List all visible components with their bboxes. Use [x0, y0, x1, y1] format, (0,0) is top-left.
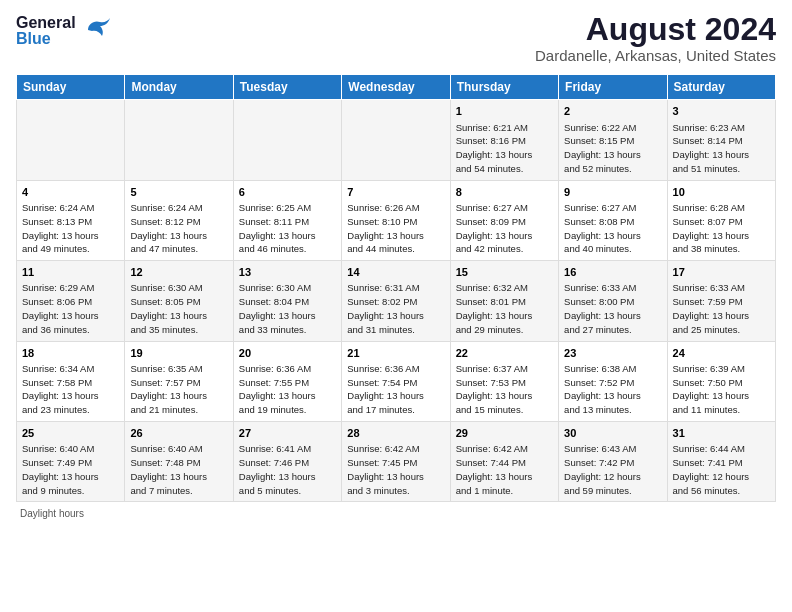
- day-number: 29: [456, 426, 553, 441]
- logo: General Blue: [16, 12, 112, 50]
- day-info: Sunrise: 6:26 AMSunset: 8:10 PMDaylight:…: [347, 201, 444, 256]
- calendar-cell: 3Sunrise: 6:23 AMSunset: 8:14 PMDaylight…: [667, 100, 775, 180]
- calendar-cell: [125, 100, 233, 180]
- logo-blue: Blue: [16, 31, 76, 47]
- calendar-cell: 18Sunrise: 6:34 AMSunset: 7:58 PMDayligh…: [17, 341, 125, 421]
- day-info: Sunrise: 6:27 AMSunset: 8:08 PMDaylight:…: [564, 201, 661, 256]
- day-number: 1: [456, 104, 553, 119]
- day-info: Sunrise: 6:42 AMSunset: 7:44 PMDaylight:…: [456, 442, 553, 497]
- day-number: 21: [347, 346, 444, 361]
- week-row-4: 18Sunrise: 6:34 AMSunset: 7:58 PMDayligh…: [17, 341, 776, 421]
- calendar-cell: 26Sunrise: 6:40 AMSunset: 7:48 PMDayligh…: [125, 422, 233, 502]
- calendar-cell: 12Sunrise: 6:30 AMSunset: 8:05 PMDayligh…: [125, 261, 233, 341]
- day-info: Sunrise: 6:34 AMSunset: 7:58 PMDaylight:…: [22, 362, 119, 417]
- day-info: Sunrise: 6:24 AMSunset: 8:13 PMDaylight:…: [22, 201, 119, 256]
- day-number: 18: [22, 346, 119, 361]
- day-number: 7: [347, 185, 444, 200]
- day-info: Sunrise: 6:44 AMSunset: 7:41 PMDaylight:…: [673, 442, 770, 497]
- day-info: Sunrise: 6:28 AMSunset: 8:07 PMDaylight:…: [673, 201, 770, 256]
- calendar-cell: 27Sunrise: 6:41 AMSunset: 7:46 PMDayligh…: [233, 422, 341, 502]
- day-info: Sunrise: 6:42 AMSunset: 7:45 PMDaylight:…: [347, 442, 444, 497]
- day-info: Sunrise: 6:41 AMSunset: 7:46 PMDaylight:…: [239, 442, 336, 497]
- day-number: 13: [239, 265, 336, 280]
- week-row-2: 4Sunrise: 6:24 AMSunset: 8:13 PMDaylight…: [17, 180, 776, 260]
- week-row-1: 1Sunrise: 6:21 AMSunset: 8:16 PMDaylight…: [17, 100, 776, 180]
- calendar-cell: 10Sunrise: 6:28 AMSunset: 8:07 PMDayligh…: [667, 180, 775, 260]
- main-title: August 2024: [535, 12, 776, 47]
- day-number: 19: [130, 346, 227, 361]
- day-number: 8: [456, 185, 553, 200]
- day-info: Sunrise: 6:32 AMSunset: 8:01 PMDaylight:…: [456, 281, 553, 336]
- day-number: 11: [22, 265, 119, 280]
- day-number: 17: [673, 265, 770, 280]
- logo-general: General: [16, 15, 76, 31]
- calendar-cell: 13Sunrise: 6:30 AMSunset: 8:04 PMDayligh…: [233, 261, 341, 341]
- day-number: 16: [564, 265, 661, 280]
- page-container: General Blue August 2024 Dardanelle, Ark…: [0, 0, 792, 527]
- calendar-cell: [233, 100, 341, 180]
- calendar-cell: [342, 100, 450, 180]
- calendar-cell: 1Sunrise: 6:21 AMSunset: 8:16 PMDaylight…: [450, 100, 558, 180]
- day-number: 28: [347, 426, 444, 441]
- day-info: Sunrise: 6:33 AMSunset: 8:00 PMDaylight:…: [564, 281, 661, 336]
- week-row-3: 11Sunrise: 6:29 AMSunset: 8:06 PMDayligh…: [17, 261, 776, 341]
- calendar-cell: 8Sunrise: 6:27 AMSunset: 8:09 PMDaylight…: [450, 180, 558, 260]
- logo-bird-icon: [80, 14, 112, 50]
- title-block: August 2024 Dardanelle, Arkansas, United…: [535, 12, 776, 64]
- col-friday: Friday: [559, 75, 667, 100]
- day-number: 30: [564, 426, 661, 441]
- calendar-cell: 15Sunrise: 6:32 AMSunset: 8:01 PMDayligh…: [450, 261, 558, 341]
- header: General Blue August 2024 Dardanelle, Ark…: [16, 12, 776, 64]
- day-info: Sunrise: 6:40 AMSunset: 7:49 PMDaylight:…: [22, 442, 119, 497]
- day-info: Sunrise: 6:23 AMSunset: 8:14 PMDaylight:…: [673, 121, 770, 176]
- day-number: 15: [456, 265, 553, 280]
- col-thursday: Thursday: [450, 75, 558, 100]
- day-info: Sunrise: 6:29 AMSunset: 8:06 PMDaylight:…: [22, 281, 119, 336]
- calendar-cell: 5Sunrise: 6:24 AMSunset: 8:12 PMDaylight…: [125, 180, 233, 260]
- day-number: 14: [347, 265, 444, 280]
- calendar-cell: 22Sunrise: 6:37 AMSunset: 7:53 PMDayligh…: [450, 341, 558, 421]
- day-number: 26: [130, 426, 227, 441]
- calendar-cell: 29Sunrise: 6:42 AMSunset: 7:44 PMDayligh…: [450, 422, 558, 502]
- calendar-cell: 19Sunrise: 6:35 AMSunset: 7:57 PMDayligh…: [125, 341, 233, 421]
- day-info: Sunrise: 6:35 AMSunset: 7:57 PMDaylight:…: [130, 362, 227, 417]
- day-info: Sunrise: 6:40 AMSunset: 7:48 PMDaylight:…: [130, 442, 227, 497]
- day-number: 3: [673, 104, 770, 119]
- calendar-cell: 11Sunrise: 6:29 AMSunset: 8:06 PMDayligh…: [17, 261, 125, 341]
- calendar-cell: 28Sunrise: 6:42 AMSunset: 7:45 PMDayligh…: [342, 422, 450, 502]
- day-number: 2: [564, 104, 661, 119]
- calendar-cell: 4Sunrise: 6:24 AMSunset: 8:13 PMDaylight…: [17, 180, 125, 260]
- day-number: 25: [22, 426, 119, 441]
- calendar-cell: 30Sunrise: 6:43 AMSunset: 7:42 PMDayligh…: [559, 422, 667, 502]
- calendar-cell: 21Sunrise: 6:36 AMSunset: 7:54 PMDayligh…: [342, 341, 450, 421]
- day-info: Sunrise: 6:24 AMSunset: 8:12 PMDaylight:…: [130, 201, 227, 256]
- day-number: 23: [564, 346, 661, 361]
- calendar-cell: 9Sunrise: 6:27 AMSunset: 8:08 PMDaylight…: [559, 180, 667, 260]
- calendar-cell: 31Sunrise: 6:44 AMSunset: 7:41 PMDayligh…: [667, 422, 775, 502]
- day-number: 27: [239, 426, 336, 441]
- calendar-cell: 25Sunrise: 6:40 AMSunset: 7:49 PMDayligh…: [17, 422, 125, 502]
- day-info: Sunrise: 6:22 AMSunset: 8:15 PMDaylight:…: [564, 121, 661, 176]
- day-number: 22: [456, 346, 553, 361]
- day-number: 6: [239, 185, 336, 200]
- col-monday: Monday: [125, 75, 233, 100]
- calendar-cell: 16Sunrise: 6:33 AMSunset: 8:00 PMDayligh…: [559, 261, 667, 341]
- calendar-cell: 20Sunrise: 6:36 AMSunset: 7:55 PMDayligh…: [233, 341, 341, 421]
- col-tuesday: Tuesday: [233, 75, 341, 100]
- day-number: 20: [239, 346, 336, 361]
- logo-text-block: General Blue: [16, 15, 76, 47]
- day-info: Sunrise: 6:33 AMSunset: 7:59 PMDaylight:…: [673, 281, 770, 336]
- day-info: Sunrise: 6:39 AMSunset: 7:50 PMDaylight:…: [673, 362, 770, 417]
- day-info: Sunrise: 6:30 AMSunset: 8:05 PMDaylight:…: [130, 281, 227, 336]
- calendar-cell: 23Sunrise: 6:38 AMSunset: 7:52 PMDayligh…: [559, 341, 667, 421]
- day-info: Sunrise: 6:36 AMSunset: 7:54 PMDaylight:…: [347, 362, 444, 417]
- calendar-header-row: Sunday Monday Tuesday Wednesday Thursday…: [17, 75, 776, 100]
- day-info: Sunrise: 6:37 AMSunset: 7:53 PMDaylight:…: [456, 362, 553, 417]
- day-number: 9: [564, 185, 661, 200]
- calendar-cell: 14Sunrise: 6:31 AMSunset: 8:02 PMDayligh…: [342, 261, 450, 341]
- calendar-cell: 2Sunrise: 6:22 AMSunset: 8:15 PMDaylight…: [559, 100, 667, 180]
- day-number: 31: [673, 426, 770, 441]
- day-info: Sunrise: 6:36 AMSunset: 7:55 PMDaylight:…: [239, 362, 336, 417]
- day-number: 4: [22, 185, 119, 200]
- col-saturday: Saturday: [667, 75, 775, 100]
